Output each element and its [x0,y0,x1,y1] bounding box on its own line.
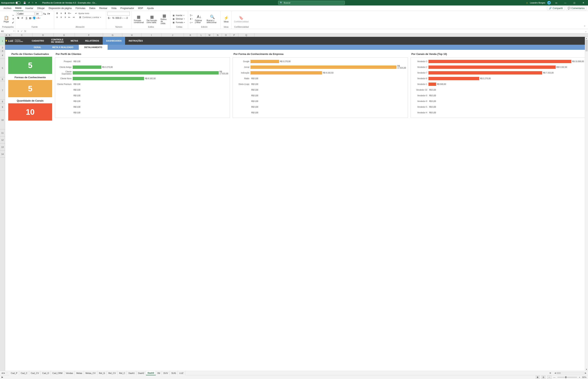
col-header-B[interactable]: B [8,33,11,37]
sheet-tab-cad_o[interactable]: Cad_O [41,371,51,375]
col-header-F[interactable]: F [75,33,103,37]
sheet-nav-more-icon[interactable]: ⋯ [6,372,8,374]
sheet-tab-luz[interactable]: LUZ [178,371,185,375]
fill-color-icon[interactable]: 🪣▾ [33,16,36,20]
hscroll-left-icon[interactable]: ◀ [554,372,556,374]
row-header-10[interactable]: 10 [0,111,5,129]
wrap-text-icon[interactable]: ↩ [74,12,78,15]
expand-formula-icon[interactable]: ⌄ [584,30,588,32]
cancel-formula-icon[interactable]: ✕ [17,30,19,32]
decrease-font-icon[interactable]: A▾ [47,12,50,15]
row-header-8[interactable]: 8 [0,100,5,104]
orientation-icon[interactable]: ⟲▾ [68,12,71,15]
page-break-view-icon[interactable]: ▭ [547,376,551,379]
close-icon[interactable]: ✕ [580,0,587,5]
record-macro-icon[interactable]: ▶ [1,376,3,379]
italic-button[interactable]: K [21,16,24,20]
share-button[interactable]: 🔗Compartir [547,6,565,10]
format-table-button[interactable]: ▦Dar formato como tabla [145,14,159,24]
nav-controle-de-vendas[interactable]: CONTROLEDE VENDAS [47,37,67,45]
scroll-down-icon[interactable]: ▼ [585,368,588,371]
align-center-icon[interactable]: ≡ [59,16,63,19]
page-layout-view-icon[interactable]: ▤ [542,376,545,379]
align-right-icon[interactable]: ≡ [63,16,67,19]
save-icon[interactable]: 💾 [23,1,26,4]
col-header-L[interactable]: L [197,33,205,37]
delete-cells-button[interactable]: ▦Eliminar▾ [172,17,185,20]
qat-customize-icon[interactable]: ▾ [35,1,37,4]
ribbon-tab-msp[interactable]: MSP [136,5,145,11]
clear-icon[interactable]: ◇▾ [189,21,193,24]
chevron-down-icon[interactable]: ▾ [14,30,14,32]
increase-font-icon[interactable]: A▴ [43,12,46,15]
copy-icon[interactable]: ⧉ [11,17,15,20]
paste-button[interactable]: 📋 Pegar [2,15,11,23]
merge-icon[interactable]: ⊞ [78,16,82,19]
currency-icon[interactable]: $▾ [108,16,111,20]
zoom-out-icon[interactable]: — [553,376,556,379]
scroll-up-icon[interactable]: ▲ [585,37,588,40]
row-header-5[interactable]: 5 [0,59,5,77]
col-header-P[interactable]: P [230,33,238,37]
insert-cells-button[interactable]: ▦Insertar▾ [172,14,185,17]
font-size-select[interactable] [35,12,42,16]
comments-button[interactable]: 💬Comentarios [566,6,587,10]
row-header-11[interactable]: 11 [0,129,5,136]
ribbon-tab-inicio[interactable]: Inicio [13,5,23,11]
col-header-Q[interactable]: Q [238,33,254,37]
sheet-tab-rel_cv[interactable]: Rel_CV [107,371,118,375]
number-format-select[interactable] [108,12,130,16]
sheet-tab-cad_cv[interactable]: Cad_CV [29,371,41,375]
sheet-tab-dash3[interactable]: Dash3 [146,371,156,375]
add-sheet-button[interactable]: ⊕ [548,372,553,374]
minimize-icon[interactable]: — [562,0,569,5]
align-top-icon[interactable]: ⬆ [55,12,59,15]
row-header-14[interactable]: 14 [0,151,5,158]
col-header-K[interactable]: K [184,33,197,37]
nav-instruções[interactable]: INSTRUÇÕES [125,37,146,45]
indent-increase-icon[interactable]: ⇥ [72,16,75,19]
ribbon-tab-archivo[interactable]: Archivo [1,5,13,11]
sheet-tab-cad_crm[interactable]: Cad_CRM [51,371,64,375]
sheet-tab-duv[interactable]: DUV [162,371,170,375]
indent-decrease-icon[interactable]: ⇤ [68,16,71,19]
enter-formula-icon[interactable]: ✓ [21,30,23,32]
col-header-M[interactable]: M [205,33,214,37]
underline-button[interactable]: S [25,16,28,20]
row-header-9[interactable]: 9 [0,104,5,111]
row-header-4[interactable]: 4 [0,52,5,59]
ribbon-tab-dibujar[interactable]: Dibujar [35,5,47,11]
user-name[interactable]: Leandro Borges [530,1,545,4]
col-header-N[interactable]: N [214,33,222,37]
ideas-button[interactable]: ⚡Ideas [222,15,231,23]
autosave-toggle[interactable]: Autoguardado [1,1,21,4]
subnav-detalhamento[interactable]: DETALHAMENTO [79,45,108,50]
sheet-tab-cad_p[interactable]: Cad_P [9,371,19,375]
col-header-E[interactable]: E [54,33,75,37]
user-avatar[interactable]: LB [547,1,551,4]
sheet-tab-cad_c[interactable]: Cad_C [19,371,29,375]
nav-metas[interactable]: METAS [67,37,82,45]
search-box[interactable]: 🔍 Buscar [278,1,345,5]
col-header-J[interactable]: J [161,33,184,37]
sheet-tab-vendas[interactable]: Vendas [64,371,75,375]
hscroll-right-icon[interactable]: ▶ [585,372,587,374]
subnav-geral[interactable]: GERAL [28,45,47,50]
nav-relatórios[interactable]: RELATÓRIOS [81,37,103,45]
format-cells-button[interactable]: ▦Formato▾ [172,21,185,24]
zoom-in-icon[interactable]: + [579,376,580,379]
row-header-2[interactable]: 2 [0,45,5,50]
row-header-3[interactable]: 3 [0,50,5,52]
zoom-level[interactable]: 90% [582,376,587,379]
ribbon-tab-revisar[interactable]: Revisar [97,5,109,11]
undo-icon[interactable]: ↺ [28,1,30,4]
font-color-icon[interactable]: A▾ [37,16,41,20]
percent-icon[interactable]: % [111,16,115,20]
merge-label[interactable]: Combinar y centrar [82,16,99,18]
sort-filter-button[interactable]: A↓Ordenar y filtrar [194,14,205,24]
ribbon-tab-vista[interactable]: Vista [109,5,118,11]
col-header-D[interactable]: D [32,33,54,37]
name-box[interactable]: A1▾ [0,30,16,32]
subnav-meta-x-realizado[interactable]: META X REALIZADO [47,45,79,50]
borders-icon[interactable]: ▦▾ [29,16,32,20]
